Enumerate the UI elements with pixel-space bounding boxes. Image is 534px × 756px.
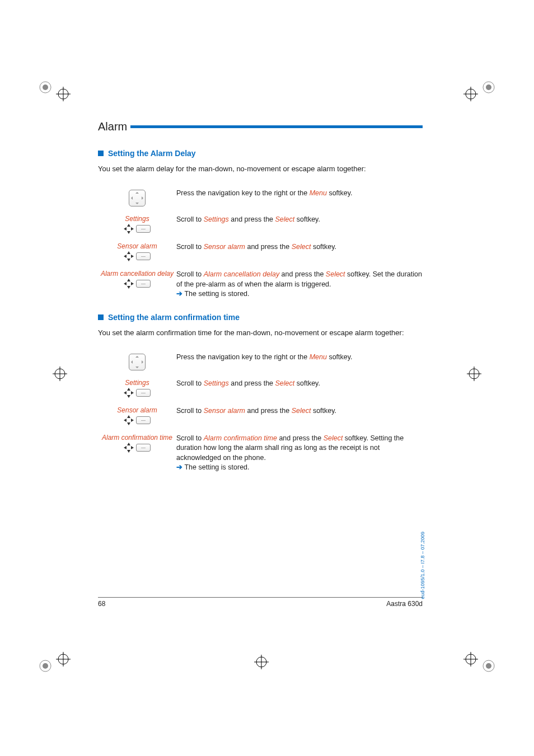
step-row: Sensor alarm Scroll to Sensor alarm and … [98, 406, 423, 427]
svg-point-1 [43, 84, 48, 90]
registration-mark-icon [53, 367, 67, 381]
dpad-softkey-icon [124, 251, 151, 261]
print-target-icon [481, 80, 496, 95]
page-number: 68 [98, 600, 105, 608]
step-text: Scroll to Settings and press the Select … [176, 379, 423, 389]
square-bullet-icon [98, 314, 104, 320]
dpad-softkey-icon [124, 224, 151, 234]
step-text: Scroll to Alarm cancellation delay and p… [176, 270, 423, 299]
step-row: Alarm cancellation delay Scroll to Alarm… [98, 270, 423, 299]
step-row: Settings Scroll to Settings and press th… [98, 215, 423, 236]
section-heading-alarm-delay: Setting the Alarm Delay [98, 149, 423, 158]
print-target-icon [38, 659, 53, 673]
step-label: Sensor alarm [98, 406, 176, 414]
registration-mark-icon [463, 87, 478, 101]
registration-mark-icon [467, 367, 481, 381]
dpad-softkey-icon [124, 279, 151, 289]
svg-point-9 [486, 84, 491, 90]
print-target-icon [38, 80, 53, 95]
section-intro: You set the alarm delay for the man-down… [98, 165, 423, 173]
step-text: Scroll to Sensor alarm and press the Sel… [176, 242, 423, 252]
section-intro: You set the alarm confirmation time for … [98, 328, 423, 337]
navigation-key-icon [129, 190, 146, 206]
registration-mark-icon [463, 652, 478, 666]
product-name: Aastra 630d [386, 600, 423, 608]
section-heading-confirmation-time: Setting the alarm confirmation time [98, 313, 423, 322]
section-heading-text: Setting the Alarm Delay [108, 149, 196, 158]
dpad-softkey-icon [124, 415, 151, 425]
step-text: Scroll to Settings and press the Select … [176, 215, 423, 225]
page-title-row: Alarm [98, 120, 423, 133]
arrow-right-icon: ➔ [176, 290, 184, 298]
step-row: Settings Scroll to Settings and press th… [98, 379, 423, 400]
registration-mark-icon [56, 87, 71, 101]
navigation-key-icon [129, 354, 146, 370]
step-label: Sensor alarm [98, 242, 176, 250]
step-text: Scroll to Sensor alarm and press the Sel… [176, 406, 423, 416]
registration-mark-icon [56, 652, 71, 666]
arrow-right-icon: ➔ [176, 463, 184, 471]
document-id: eud-1095/1.0 – I7.8 – 07.2009 [420, 532, 425, 599]
title-rule [130, 125, 423, 128]
step-label: Alarm cancellation delay [98, 270, 176, 278]
step-label: Alarm confirmation time [98, 434, 176, 442]
page-title: Alarm [98, 120, 127, 133]
print-target-icon [481, 659, 496, 673]
step-row: Alarm confirmation time Scroll to Alarm … [98, 434, 423, 473]
step-row: Sensor alarm Scroll to Sensor alarm and … [98, 242, 423, 263]
dpad-softkey-icon [124, 388, 151, 398]
step-text: Press the navigation key to the right or… [176, 353, 423, 363]
step-label: Settings [98, 379, 176, 387]
section-heading-text: Setting the alarm confirmation time [108, 313, 240, 322]
svg-point-28 [486, 663, 491, 669]
svg-point-17 [43, 663, 48, 669]
step-row: Press the navigation key to the right or… [98, 189, 423, 208]
dpad-softkey-icon [124, 443, 151, 453]
step-text: Press the navigation key to the right or… [176, 189, 423, 199]
footer: 68 Aastra 630d [98, 597, 423, 608]
square-bullet-icon [98, 151, 104, 156]
step-text: Scroll to Alarm confirmation time and pr… [176, 434, 423, 473]
step-label: Settings [98, 215, 176, 223]
registration-mark-icon [254, 655, 269, 669]
page-content: Alarm Setting the Alarm Delay You set th… [98, 120, 423, 480]
step-row: Press the navigation key to the right or… [98, 353, 423, 372]
